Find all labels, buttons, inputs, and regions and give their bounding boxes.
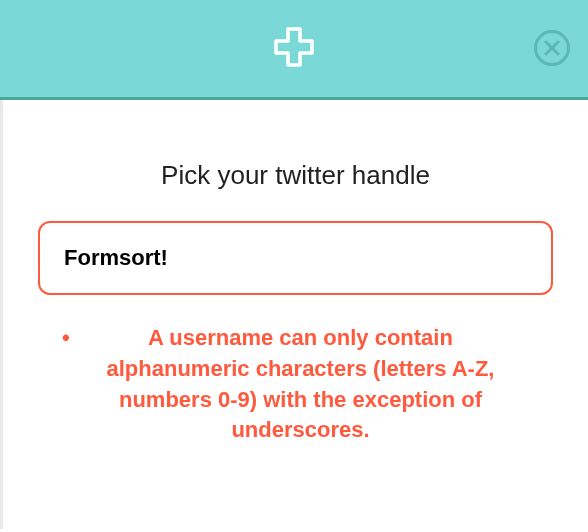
error-list: A username can only contain alphanumeric… bbox=[38, 323, 553, 446]
form-content: Pick your twitter handle A username can … bbox=[0, 100, 588, 529]
close-button[interactable] bbox=[534, 30, 570, 66]
logo-icon bbox=[270, 23, 318, 75]
error-message: A username can only contain alphanumeric… bbox=[88, 323, 513, 446]
header bbox=[0, 0, 588, 100]
twitter-handle-input[interactable] bbox=[38, 221, 553, 295]
form-prompt: Pick your twitter handle bbox=[38, 160, 553, 191]
